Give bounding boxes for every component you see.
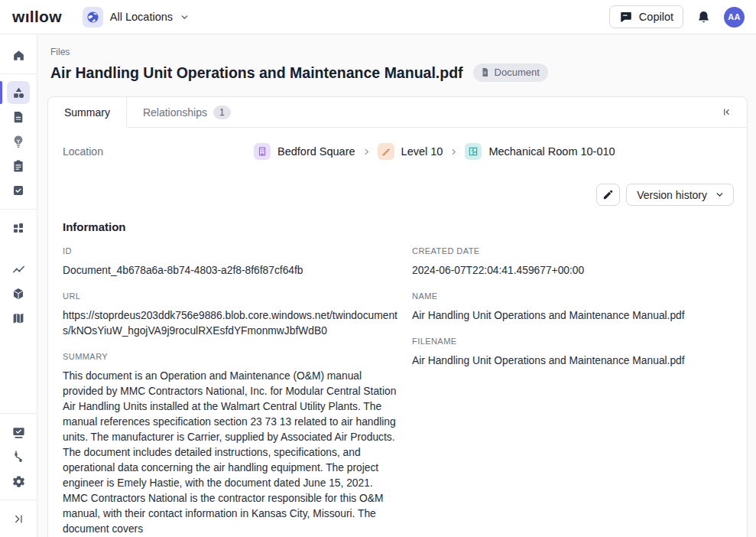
sidebar-divider xyxy=(0,500,37,500)
monitor-check-icon xyxy=(7,421,30,444)
copilot-label: Copilot xyxy=(639,11,673,23)
sidebar-item-tickets[interactable] xyxy=(0,154,37,178)
edit-button[interactable] xyxy=(596,184,620,206)
globe-icon xyxy=(83,7,103,28)
field-value: Air Handling Unit Operations and Mainten… xyxy=(412,308,725,324)
crumb-label: Level 10 xyxy=(401,145,443,158)
shapes-icon xyxy=(7,81,30,104)
field-label: FILENAME xyxy=(412,337,725,346)
badge-label: Document xyxy=(495,67,540,78)
field-value: This document is an Operation and Mainte… xyxy=(63,369,400,537)
location-row: Location Bedford Square Level 10 xyxy=(48,128,747,160)
information-heading: Information xyxy=(63,220,725,233)
copilot-button[interactable]: Copilot xyxy=(609,5,683,28)
location-label: Location xyxy=(63,143,254,158)
expand-rail-button[interactable] xyxy=(0,506,37,531)
breadcrumb-files[interactable]: Files xyxy=(50,47,756,57)
collapse-panel-icon[interactable] xyxy=(717,103,735,122)
tab-relationships[interactable]: Relationships 1 xyxy=(127,97,247,128)
tab-summary-label: Summary xyxy=(64,106,110,119)
sidebar-item-reports[interactable] xyxy=(0,420,37,444)
field-url: URL https://stoprdeus203ddk756e9886.blob… xyxy=(63,291,400,339)
check-square-icon xyxy=(7,179,30,202)
building-icon xyxy=(254,143,271,160)
field-value: Air Handling Unit Operations and Mainten… xyxy=(412,353,725,369)
lightbulb-icon xyxy=(7,130,30,153)
stairs-icon xyxy=(378,143,394,160)
crumb-label: Bedford Square xyxy=(277,145,355,158)
document-type-badge: Document xyxy=(473,63,548,82)
actions-row: Version history xyxy=(48,160,747,206)
sidebar-item-home[interactable] xyxy=(0,43,37,67)
map-icon xyxy=(7,307,30,330)
field-label: ID xyxy=(63,246,400,255)
field-name: NAME Air Handling Unit Operations and Ma… xyxy=(412,291,725,324)
scope-label: All Locations xyxy=(110,11,173,23)
gear-icon xyxy=(7,470,30,493)
sidebar-divider xyxy=(0,73,37,74)
sidebar-item-settings[interactable] xyxy=(0,469,37,493)
field-value: Document_4b678a6a-8b74-4803-a2f8-8f6f87c… xyxy=(63,263,400,278)
relationships-count-badge: 1 xyxy=(213,106,231,119)
location-breadcrumb: Bedford Square Level 10 xyxy=(254,143,615,160)
location-crumb-site[interactable]: Bedford Square xyxy=(254,143,355,160)
location-crumb-level[interactable]: Level 10 xyxy=(378,143,443,160)
sidebar-item-3d-viewer[interactable] xyxy=(0,282,37,306)
field-summary: SUMMARY This document is an Operation an… xyxy=(63,352,400,537)
top-bar: wıllow All Locations Copilot AA xyxy=(0,0,756,34)
user-avatar[interactable]: AA xyxy=(724,7,745,28)
summary-panel: Summary Relationships 1 Location Bedf xyxy=(47,96,748,537)
sidebar-item-twins[interactable] xyxy=(0,80,37,105)
cube-icon xyxy=(7,282,30,305)
sidebar-divider xyxy=(0,209,37,210)
field-created-date: CREATED DATE 2024-06-07T22:04:41.459677+… xyxy=(412,246,725,278)
location-scope-selector[interactable]: All Locations xyxy=(83,7,190,28)
field-id: ID Document_4b678a6a-8b74-4803-a2f8-8f6f… xyxy=(63,246,400,278)
field-value: https://stoprdeus203ddk756e9886.blob.cor… xyxy=(63,308,400,339)
crumb-label: Mechanical Room 10-010 xyxy=(488,145,615,158)
sidebar-item-inspections[interactable] xyxy=(0,178,37,203)
sidebar-item-map[interactable] xyxy=(0,306,37,330)
field-filename: FILENAME Air Handling Unit Operations an… xyxy=(412,337,725,369)
sidebar-item-time-series[interactable] xyxy=(0,257,37,282)
tab-relationships-label: Relationships xyxy=(143,106,207,119)
sidebar-divider xyxy=(0,413,37,414)
chat-icon xyxy=(619,10,633,24)
location-crumb-room[interactable]: Mechanical Room 10-010 xyxy=(465,143,615,160)
version-history-label: Version history xyxy=(637,189,707,201)
expand-rail-icon xyxy=(7,507,30,530)
page-title: Air Handling Unit Operations and Mainten… xyxy=(50,64,463,82)
grid-tiles-icon xyxy=(7,216,30,239)
sidebar-item-insights[interactable] xyxy=(0,129,37,154)
willow-logo: wıllow xyxy=(12,8,62,26)
version-history-button[interactable]: Version history xyxy=(626,184,734,206)
home-icon xyxy=(7,44,30,67)
pencil-icon xyxy=(602,189,614,200)
left-nav-rail xyxy=(0,34,37,537)
field-label: NAME xyxy=(412,291,725,301)
main-content: Files Air Handling Unit Operations and M… xyxy=(37,34,756,537)
chevron-down-icon xyxy=(180,12,190,22)
field-value: 2024-06-07T22:04:41.459677+00:00 xyxy=(412,263,725,278)
tab-bar: Summary Relationships 1 xyxy=(48,97,747,128)
chevron-down-icon xyxy=(715,190,725,200)
chevron-right-icon xyxy=(362,148,371,156)
room-plan-icon xyxy=(465,143,482,160)
field-label: SUMMARY xyxy=(63,352,400,361)
field-label: URL xyxy=(63,291,400,301)
clipboard-icon xyxy=(7,155,30,177)
file-icon xyxy=(7,106,30,129)
sidebar-item-connectors[interactable] xyxy=(0,444,37,469)
trend-line-icon xyxy=(7,258,30,281)
field-label: CREATED DATE xyxy=(412,246,725,255)
document-icon xyxy=(480,67,490,77)
information-section: Information ID Document_4b678a6a-8b74-48… xyxy=(48,206,747,537)
tab-summary[interactable]: Summary xyxy=(48,97,127,128)
notifications-bell-icon[interactable] xyxy=(696,10,711,24)
sidebar-item-files[interactable] xyxy=(0,105,37,129)
sidebar-item-dashboards[interactable] xyxy=(0,216,37,240)
plug-cable-icon xyxy=(7,445,30,468)
chevron-right-icon xyxy=(449,148,458,156)
